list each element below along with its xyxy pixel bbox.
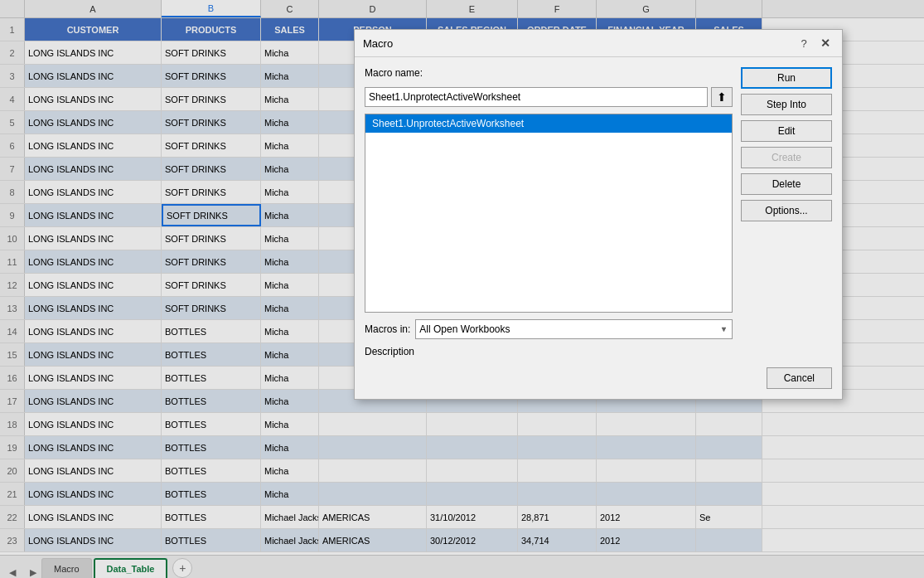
macro-name-container: ⬆ <box>365 87 733 107</box>
macro-name-upload-button[interactable]: ⬆ <box>711 87 733 107</box>
macro-list[interactable]: Sheet1.UnprotectActiveWorksheet <box>365 114 732 312</box>
dialog-titlebar: Macro ? ✕ <box>355 30 842 57</box>
macros-in-select[interactable]: All Open Workbooks This Workbook <box>415 319 733 339</box>
step-into-button[interactable]: Step Into <box>741 94 832 115</box>
help-button[interactable]: ? <box>796 35 812 51</box>
close-button[interactable]: ✕ <box>817 35 834 51</box>
dialog-title: Macro <box>363 37 393 50</box>
dialog-left-panel: Macro name: ⬆ Sheet1.UnprotectActiveWork… <box>365 67 733 357</box>
dialog-footer: Cancel <box>355 367 842 399</box>
macro-list-item[interactable]: Sheet1.UnprotectActiveWorksheet <box>365 114 732 133</box>
dialog-body: Macro name: ⬆ Sheet1.UnprotectActiveWork… <box>355 57 842 367</box>
macros-in-select-wrapper: All Open Workbooks This Workbook ▼ <box>415 319 733 339</box>
dialog-controls: ? ✕ <box>796 35 834 51</box>
edit-button[interactable]: Edit <box>741 120 832 142</box>
run-button[interactable]: Run <box>741 67 832 89</box>
dialog-right-panel: Run Step Into Edit Create Delete Options… <box>741 67 832 357</box>
cancel-button[interactable]: Cancel <box>767 367 832 389</box>
macros-in-row: Macros in: All Open Workbooks This Workb… <box>365 319 733 339</box>
options-button[interactable]: Options... <box>741 200 832 221</box>
create-button[interactable]: Create <box>741 147 832 168</box>
macro-name-label: Macro name: <box>365 67 733 79</box>
macro-name-input[interactable] <box>365 87 708 107</box>
delete-button[interactable]: Delete <box>741 173 832 195</box>
macro-list-container: Sheet1.UnprotectActiveWorksheet <box>365 114 733 313</box>
description-label: Description <box>365 346 733 357</box>
macros-in-label: Macros in: <box>365 323 410 335</box>
macro-dialog: Macro ? ✕ Macro name: ⬆ Sheet1.Unprotect… <box>354 29 843 400</box>
